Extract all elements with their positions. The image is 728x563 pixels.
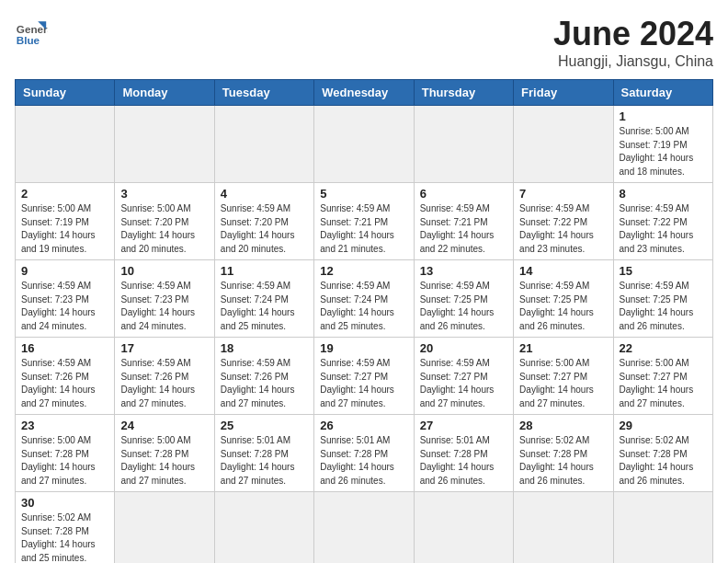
day-info: Sunrise: 4:59 AM Sunset: 7:22 PM Dayligh…	[519, 202, 607, 256]
calendar-cell: 13Sunrise: 4:59 AM Sunset: 7:25 PM Dayli…	[414, 260, 513, 338]
calendar-cell	[314, 106, 414, 183]
month-title: June 2024	[553, 15, 713, 53]
calendar-cell: 4Sunrise: 4:59 AM Sunset: 7:20 PM Daylig…	[214, 183, 313, 260]
day-info: Sunrise: 5:00 AM Sunset: 7:28 PM Dayligh…	[120, 434, 208, 488]
day-number: 6	[420, 187, 507, 201]
day-number: 1	[620, 109, 707, 123]
calendar-cell: 7Sunrise: 4:59 AM Sunset: 7:22 PM Daylig…	[514, 183, 613, 260]
col-header-monday: Monday	[115, 80, 214, 106]
calendar-cell: 11Sunrise: 4:59 AM Sunset: 7:24 PM Dayli…	[214, 260, 313, 338]
calendar-cell: 17Sunrise: 4:59 AM Sunset: 7:26 PM Dayli…	[115, 338, 214, 415]
day-info: Sunrise: 5:02 AM Sunset: 7:28 PM Dayligh…	[21, 511, 108, 563]
day-number: 16	[21, 341, 108, 355]
day-info: Sunrise: 4:59 AM Sunset: 7:24 PM Dayligh…	[320, 280, 407, 333]
calendar-cell: 6Sunrise: 4:59 AM Sunset: 7:21 PM Daylig…	[414, 183, 513, 260]
day-info: Sunrise: 5:02 AM Sunset: 7:28 PM Dayligh…	[620, 434, 707, 488]
day-number: 20	[420, 341, 507, 355]
calendar-table: SundayMondayTuesdayWednesdayThursdayFrid…	[15, 79, 713, 563]
day-info: Sunrise: 4:59 AM Sunset: 7:20 PM Dayligh…	[221, 202, 308, 256]
day-number: 23	[21, 419, 108, 432]
day-number: 15	[620, 264, 707, 278]
day-info: Sunrise: 5:02 AM Sunset: 7:28 PM Dayligh…	[519, 434, 607, 488]
calendar-cell: 28Sunrise: 5:02 AM Sunset: 7:28 PM Dayli…	[514, 415, 613, 492]
day-number: 3	[120, 187, 208, 201]
day-number: 17	[120, 341, 208, 355]
day-info: Sunrise: 4:59 AM Sunset: 7:23 PM Dayligh…	[21, 280, 108, 333]
day-info: Sunrise: 4:59 AM Sunset: 7:24 PM Dayligh…	[221, 280, 308, 333]
col-header-wednesday: Wednesday	[314, 80, 414, 106]
calendar-cell: 16Sunrise: 4:59 AM Sunset: 7:26 PM Dayli…	[16, 338, 115, 415]
calendar-header-row: SundayMondayTuesdayWednesdayThursdayFrid…	[16, 80, 713, 106]
day-number: 26	[320, 419, 407, 432]
calendar-cell	[214, 492, 313, 564]
day-info: Sunrise: 5:00 AM Sunset: 7:20 PM Dayligh…	[120, 202, 208, 256]
day-info: Sunrise: 4:59 AM Sunset: 7:22 PM Dayligh…	[620, 202, 707, 256]
calendar-cell: 26Sunrise: 5:01 AM Sunset: 7:28 PM Dayli…	[314, 415, 414, 492]
day-number: 25	[221, 419, 308, 432]
calendar-cell: 25Sunrise: 5:01 AM Sunset: 7:28 PM Dayli…	[214, 415, 313, 492]
calendar-cell: 2Sunrise: 5:00 AM Sunset: 7:19 PM Daylig…	[16, 183, 115, 260]
calendar-cell	[514, 492, 613, 564]
day-number: 14	[519, 264, 607, 278]
calendar-week-row: 16Sunrise: 4:59 AM Sunset: 7:26 PM Dayli…	[16, 338, 713, 415]
page-header: General Blue June 2024 Huangji, Jiansgu,…	[15, 15, 713, 70]
calendar-cell: 19Sunrise: 4:59 AM Sunset: 7:27 PM Dayli…	[314, 338, 414, 415]
calendar-week-row: 2Sunrise: 5:00 AM Sunset: 7:19 PM Daylig…	[16, 183, 713, 260]
day-info: Sunrise: 4:59 AM Sunset: 7:26 PM Dayligh…	[221, 357, 308, 410]
col-header-friday: Friday	[514, 80, 613, 106]
day-info: Sunrise: 5:01 AM Sunset: 7:28 PM Dayligh…	[420, 434, 507, 488]
day-info: Sunrise: 4:59 AM Sunset: 7:26 PM Dayligh…	[120, 357, 208, 410]
day-number: 27	[420, 419, 507, 432]
calendar-cell: 29Sunrise: 5:02 AM Sunset: 7:28 PM Dayli…	[613, 415, 712, 492]
day-info: Sunrise: 4:59 AM Sunset: 7:21 PM Dayligh…	[420, 202, 507, 256]
calendar-cell	[414, 492, 513, 564]
calendar-cell: 9Sunrise: 4:59 AM Sunset: 7:23 PM Daylig…	[16, 260, 115, 338]
day-info: Sunrise: 5:01 AM Sunset: 7:28 PM Dayligh…	[320, 434, 407, 488]
calendar-week-row: 23Sunrise: 5:00 AM Sunset: 7:28 PM Dayli…	[16, 415, 713, 492]
logo: General Blue	[15, 15, 48, 48]
day-info: Sunrise: 5:00 AM Sunset: 7:19 PM Dayligh…	[620, 125, 707, 178]
day-number: 28	[519, 419, 607, 432]
calendar-cell: 10Sunrise: 4:59 AM Sunset: 7:23 PM Dayli…	[115, 260, 214, 338]
calendar-cell: 1Sunrise: 5:00 AM Sunset: 7:19 PM Daylig…	[613, 106, 712, 183]
day-info: Sunrise: 4:59 AM Sunset: 7:27 PM Dayligh…	[420, 357, 507, 410]
calendar-cell	[16, 106, 115, 183]
day-number: 4	[221, 187, 308, 201]
svg-text:Blue: Blue	[17, 34, 40, 46]
calendar-cell: 22Sunrise: 5:00 AM Sunset: 7:27 PM Dayli…	[613, 338, 712, 415]
calendar-cell: 18Sunrise: 4:59 AM Sunset: 7:26 PM Dayli…	[214, 338, 313, 415]
calendar-cell: 12Sunrise: 4:59 AM Sunset: 7:24 PM Dayli…	[314, 260, 414, 338]
calendar-cell: 15Sunrise: 4:59 AM Sunset: 7:25 PM Dayli…	[613, 260, 712, 338]
day-number: 18	[221, 341, 308, 355]
title-area: June 2024 Huangji, Jiansgu, China	[553, 15, 713, 70]
calendar-cell	[613, 492, 712, 564]
day-info: Sunrise: 5:00 AM Sunset: 7:27 PM Dayligh…	[519, 357, 607, 410]
calendar-cell	[115, 492, 214, 564]
calendar-cell: 24Sunrise: 5:00 AM Sunset: 7:28 PM Dayli…	[115, 415, 214, 492]
col-header-tuesday: Tuesday	[214, 80, 313, 106]
calendar-cell	[115, 106, 214, 183]
calendar-week-row: 1Sunrise: 5:00 AM Sunset: 7:19 PM Daylig…	[16, 106, 713, 183]
day-number: 21	[519, 341, 607, 355]
day-info: Sunrise: 5:00 AM Sunset: 7:27 PM Dayligh…	[620, 357, 707, 410]
day-number: 12	[320, 264, 407, 278]
calendar-cell	[514, 106, 613, 183]
day-number: 5	[320, 187, 407, 201]
calendar-cell: 20Sunrise: 4:59 AM Sunset: 7:27 PM Dayli…	[414, 338, 513, 415]
col-header-sunday: Sunday	[16, 80, 115, 106]
calendar-cell: 21Sunrise: 5:00 AM Sunset: 7:27 PM Dayli…	[514, 338, 613, 415]
calendar-cell: 3Sunrise: 5:00 AM Sunset: 7:20 PM Daylig…	[115, 183, 214, 260]
col-header-thursday: Thursday	[414, 80, 513, 106]
day-info: Sunrise: 5:01 AM Sunset: 7:28 PM Dayligh…	[221, 434, 308, 488]
calendar-cell: 5Sunrise: 4:59 AM Sunset: 7:21 PM Daylig…	[314, 183, 414, 260]
day-info: Sunrise: 5:00 AM Sunset: 7:28 PM Dayligh…	[21, 434, 108, 488]
day-info: Sunrise: 4:59 AM Sunset: 7:23 PM Dayligh…	[120, 280, 208, 333]
day-info: Sunrise: 4:59 AM Sunset: 7:26 PM Dayligh…	[21, 357, 108, 410]
day-number: 22	[620, 341, 707, 355]
calendar-cell	[414, 106, 513, 183]
day-number: 2	[21, 187, 108, 201]
calendar-cell: 8Sunrise: 4:59 AM Sunset: 7:22 PM Daylig…	[613, 183, 712, 260]
calendar-cell: 27Sunrise: 5:01 AM Sunset: 7:28 PM Dayli…	[414, 415, 513, 492]
calendar-cell	[314, 492, 414, 564]
day-number: 29	[620, 419, 707, 432]
